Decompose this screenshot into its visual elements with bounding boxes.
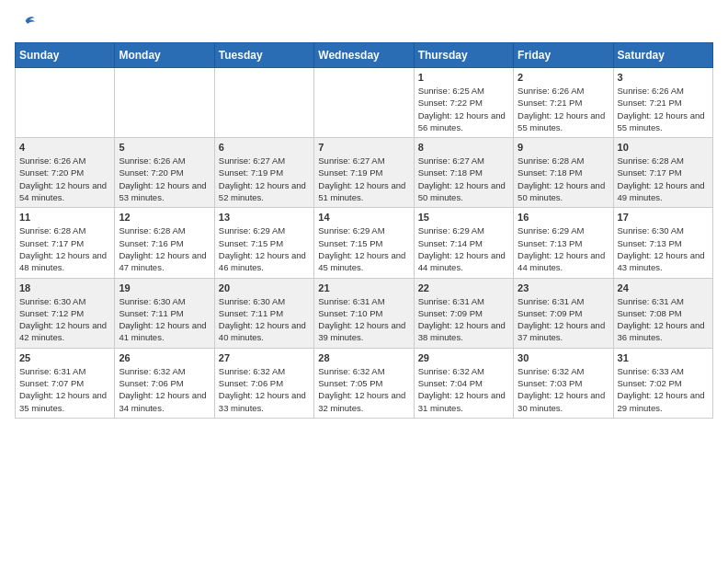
- day-number: 27: [219, 352, 310, 363]
- day-number: 9: [518, 142, 609, 153]
- calendar-cell: 19Sunrise: 6:30 AMSunset: 7:11 PMDayligh…: [115, 278, 214, 348]
- day-number: 11: [19, 212, 110, 223]
- day-info: Sunrise: 6:25 AMSunset: 7:22 PMDaylight:…: [418, 86, 506, 132]
- calendar-cell: 17Sunrise: 6:30 AMSunset: 7:13 PMDayligh…: [613, 208, 712, 278]
- day-info: Sunrise: 6:32 AMSunset: 7:06 PMDaylight:…: [119, 366, 206, 413]
- calendar-cell: 28Sunrise: 6:32 AMSunset: 7:05 PMDayligh…: [314, 348, 414, 418]
- day-info: Sunrise: 6:29 AMSunset: 7:15 PMDaylight:…: [318, 225, 405, 272]
- day-info: Sunrise: 6:27 AMSunset: 7:19 PMDaylight:…: [219, 155, 306, 202]
- day-info: Sunrise: 6:31 AMSunset: 7:07 PMDaylight:…: [19, 366, 107, 413]
- day-number: 22: [418, 282, 509, 293]
- day-number: 20: [219, 282, 310, 293]
- calendar-cell: 21Sunrise: 6:31 AMSunset: 7:10 PMDayligh…: [314, 278, 414, 348]
- calendar-cell: 6Sunrise: 6:27 AMSunset: 7:19 PMDaylight…: [214, 138, 313, 208]
- weekday-header-row: SundayMondayTuesdayWednesdayThursdayFrid…: [16, 43, 713, 68]
- calendar-cell: 23Sunrise: 6:31 AMSunset: 7:09 PMDayligh…: [514, 278, 613, 348]
- day-number: 30: [518, 352, 609, 363]
- day-info: Sunrise: 6:26 AMSunset: 7:20 PMDaylight:…: [19, 155, 107, 202]
- day-info: Sunrise: 6:27 AMSunset: 7:18 PMDaylight:…: [418, 155, 506, 202]
- day-info: Sunrise: 6:31 AMSunset: 7:08 PMDaylight:…: [618, 296, 705, 343]
- calendar-table: SundayMondayTuesdayWednesdayThursdayFrid…: [15, 42, 713, 419]
- day-number: 12: [119, 212, 210, 223]
- day-info: Sunrise: 6:31 AMSunset: 7:09 PMDaylight:…: [518, 296, 605, 343]
- day-number: 15: [418, 212, 509, 223]
- day-number: 19: [119, 282, 210, 293]
- day-number: 6: [219, 142, 310, 153]
- calendar-cell: 1Sunrise: 6:25 AMSunset: 7:22 PMDaylight…: [414, 68, 513, 138]
- calendar-cell: 8Sunrise: 6:27 AMSunset: 7:18 PMDaylight…: [414, 138, 513, 208]
- week-row-3: 11Sunrise: 6:28 AMSunset: 7:17 PMDayligh…: [16, 208, 713, 278]
- day-number: 24: [618, 282, 709, 293]
- day-info: Sunrise: 6:29 AMSunset: 7:13 PMDaylight:…: [518, 225, 605, 272]
- day-number: 16: [518, 212, 609, 223]
- day-info: Sunrise: 6:33 AMSunset: 7:02 PMDaylight:…: [618, 366, 705, 413]
- calendar-cell: 16Sunrise: 6:29 AMSunset: 7:13 PMDayligh…: [514, 208, 613, 278]
- calendar-cell: 26Sunrise: 6:32 AMSunset: 7:06 PMDayligh…: [115, 348, 214, 418]
- day-number: 5: [119, 142, 210, 153]
- day-info: Sunrise: 6:26 AMSunset: 7:20 PMDaylight:…: [119, 155, 206, 202]
- day-number: 13: [219, 212, 310, 223]
- day-number: 18: [19, 282, 110, 293]
- logo: [15, 15, 37, 35]
- day-number: 14: [318, 212, 409, 223]
- day-info: Sunrise: 6:28 AMSunset: 7:17 PMDaylight:…: [19, 225, 107, 272]
- weekday-header-friday: Friday: [514, 43, 613, 68]
- day-info: Sunrise: 6:32 AMSunset: 7:06 PMDaylight:…: [219, 366, 306, 413]
- calendar-cell: 4Sunrise: 6:26 AMSunset: 7:20 PMDaylight…: [16, 138, 115, 208]
- calendar-cell: 31Sunrise: 6:33 AMSunset: 7:02 PMDayligh…: [613, 348, 712, 418]
- calendar-cell: 25Sunrise: 6:31 AMSunset: 7:07 PMDayligh…: [16, 348, 115, 418]
- day-number: 25: [19, 352, 110, 363]
- calendar-cell: 29Sunrise: 6:32 AMSunset: 7:04 PMDayligh…: [414, 348, 513, 418]
- week-row-5: 25Sunrise: 6:31 AMSunset: 7:07 PMDayligh…: [16, 348, 713, 418]
- calendar-cell: [16, 68, 115, 138]
- week-row-1: 1Sunrise: 6:25 AMSunset: 7:22 PMDaylight…: [16, 68, 713, 138]
- day-number: 10: [618, 142, 709, 153]
- calendar-cell: 5Sunrise: 6:26 AMSunset: 7:20 PMDaylight…: [115, 138, 214, 208]
- day-number: 8: [418, 142, 509, 153]
- calendar-cell: 11Sunrise: 6:28 AMSunset: 7:17 PMDayligh…: [16, 208, 115, 278]
- weekday-header-tuesday: Tuesday: [214, 43, 313, 68]
- day-number: 7: [318, 142, 409, 153]
- calendar-cell: 15Sunrise: 6:29 AMSunset: 7:14 PMDayligh…: [414, 208, 513, 278]
- calendar-cell: 9Sunrise: 6:28 AMSunset: 7:18 PMDaylight…: [514, 138, 613, 208]
- day-number: 4: [19, 142, 110, 153]
- day-number: 28: [318, 352, 409, 363]
- day-number: 29: [418, 352, 509, 363]
- calendar-cell: 7Sunrise: 6:27 AMSunset: 7:19 PMDaylight…: [314, 138, 414, 208]
- week-row-4: 18Sunrise: 6:30 AMSunset: 7:12 PMDayligh…: [16, 278, 713, 348]
- day-info: Sunrise: 6:26 AMSunset: 7:21 PMDaylight:…: [618, 86, 705, 132]
- calendar-cell: 3Sunrise: 6:26 AMSunset: 7:21 PMDaylight…: [613, 68, 712, 138]
- weekday-header-saturday: Saturday: [613, 43, 712, 68]
- calendar-cell: [115, 68, 214, 138]
- day-info: Sunrise: 6:28 AMSunset: 7:18 PMDaylight:…: [518, 155, 605, 202]
- day-number: 3: [618, 72, 709, 83]
- calendar-cell: 14Sunrise: 6:29 AMSunset: 7:15 PMDayligh…: [314, 208, 414, 278]
- day-info: Sunrise: 6:32 AMSunset: 7:04 PMDaylight:…: [418, 366, 506, 413]
- day-info: Sunrise: 6:30 AMSunset: 7:11 PMDaylight:…: [119, 296, 206, 343]
- calendar-cell: 12Sunrise: 6:28 AMSunset: 7:16 PMDayligh…: [115, 208, 214, 278]
- calendar-cell: 18Sunrise: 6:30 AMSunset: 7:12 PMDayligh…: [16, 278, 115, 348]
- day-info: Sunrise: 6:30 AMSunset: 7:13 PMDaylight:…: [618, 225, 705, 272]
- page-header: [15, 15, 713, 35]
- logo-bird-icon: [17, 15, 37, 35]
- day-number: 17: [618, 212, 709, 223]
- calendar-cell: 27Sunrise: 6:32 AMSunset: 7:06 PMDayligh…: [214, 348, 313, 418]
- day-info: Sunrise: 6:31 AMSunset: 7:10 PMDaylight:…: [318, 296, 405, 343]
- weekday-header-sunday: Sunday: [16, 43, 115, 68]
- week-row-2: 4Sunrise: 6:26 AMSunset: 7:20 PMDaylight…: [16, 138, 713, 208]
- calendar-cell: 24Sunrise: 6:31 AMSunset: 7:08 PMDayligh…: [613, 278, 712, 348]
- day-info: Sunrise: 6:32 AMSunset: 7:05 PMDaylight:…: [318, 366, 405, 413]
- day-number: 26: [119, 352, 210, 363]
- day-number: 2: [518, 72, 609, 83]
- day-info: Sunrise: 6:28 AMSunset: 7:17 PMDaylight:…: [618, 155, 705, 202]
- calendar-cell: 30Sunrise: 6:32 AMSunset: 7:03 PMDayligh…: [514, 348, 613, 418]
- day-number: 23: [518, 282, 609, 293]
- weekday-header-wednesday: Wednesday: [314, 43, 414, 68]
- day-info: Sunrise: 6:32 AMSunset: 7:03 PMDaylight:…: [518, 366, 605, 413]
- calendar-cell: 2Sunrise: 6:26 AMSunset: 7:21 PMDaylight…: [514, 68, 613, 138]
- calendar-cell: [314, 68, 414, 138]
- calendar-cell: 10Sunrise: 6:28 AMSunset: 7:17 PMDayligh…: [613, 138, 712, 208]
- day-info: Sunrise: 6:29 AMSunset: 7:14 PMDaylight:…: [418, 225, 506, 272]
- calendar-cell: 20Sunrise: 6:30 AMSunset: 7:11 PMDayligh…: [214, 278, 313, 348]
- day-info: Sunrise: 6:29 AMSunset: 7:15 PMDaylight:…: [219, 225, 306, 272]
